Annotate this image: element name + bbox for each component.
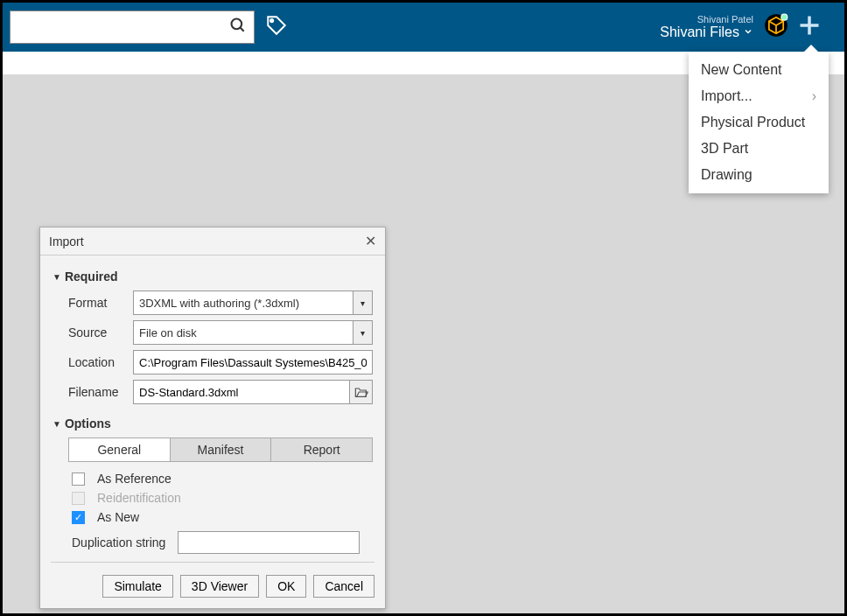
checkbox-as-reference[interactable] (72, 472, 85, 486)
row-format: Format 3DXML with authoring (*.3dxml) ▾ (52, 290, 373, 315)
dialog-footer: Simulate 3D Viewer OK Cancel (40, 563, 385, 608)
dialog-body: ▼ Required Format 3DXML with authoring (… (40, 256, 385, 562)
close-icon[interactable]: ✕ (365, 233, 376, 249)
option-label: As New (97, 510, 139, 524)
ok-button[interactable]: OK (266, 575, 306, 598)
folder-open-icon (354, 386, 368, 398)
option-as-reference: As Reference (52, 469, 373, 488)
menu-item-label: Drawing (701, 167, 752, 183)
options-tabs: General Manifest Report (68, 438, 373, 462)
topbar-right: Shivani Patel Shivani Files (660, 3, 822, 52)
cancel-button[interactable]: Cancel (313, 575, 374, 598)
menu-import[interactable]: Import... › (689, 83, 829, 109)
option-reidentification: Reidentification (52, 488, 373, 508)
option-label: As Reference (97, 472, 172, 486)
source-combo-arrow[interactable]: ▾ (354, 320, 373, 345)
cube-icon[interactable] (764, 13, 788, 41)
browse-button[interactable] (350, 380, 373, 404)
collapse-icon: ▼ (52, 272, 61, 282)
menu-item-label: Physical Product (701, 115, 805, 130)
menu-item-label: New Content (701, 62, 782, 78)
source-label: Source (52, 326, 133, 340)
duplication-label: Duplication string (72, 536, 165, 550)
tag-icon[interactable] (265, 14, 288, 40)
svg-point-8 (781, 14, 788, 20)
dialog-title: Import (49, 234, 84, 248)
menu-item-label: 3D Part (701, 141, 748, 157)
section-options-header[interactable]: ▼ Options (52, 416, 373, 430)
menu-item-label: Import... (701, 88, 752, 104)
format-combo[interactable]: 3DXML with authoring (*.3dxml) (133, 290, 354, 315)
source-combo[interactable]: File on disk (133, 320, 354, 345)
plus-icon[interactable] (797, 13, 822, 41)
app-window: Shivani Patel Shivani Files New Content … (3, 3, 844, 613)
top-bar: Shivani Patel Shivani Files (3, 3, 844, 52)
tab-report[interactable]: Report (271, 438, 373, 462)
search-icon[interactable] (229, 17, 247, 38)
menu-drawing[interactable]: Drawing (689, 162, 829, 188)
duplication-input[interactable] (178, 531, 360, 554)
chevron-right-icon: › (812, 88, 816, 104)
user-name: Shivani Patel (660, 14, 753, 24)
format-label: Format (52, 296, 133, 310)
menu-new-content[interactable]: New Content (689, 57, 829, 83)
search-box[interactable] (10, 10, 255, 44)
filename-label: Filename (52, 385, 133, 399)
checkbox-reidentification (72, 492, 85, 505)
context-selector[interactable]: Shivani Files (660, 24, 753, 40)
svg-point-0 (232, 19, 242, 30)
section-label: Required (65, 270, 118, 284)
menu-3d-part[interactable]: 3D Part (689, 136, 829, 162)
collapse-icon: ▼ (52, 419, 61, 429)
svg-point-2 (270, 19, 273, 22)
context-label: Shivani Files (660, 24, 739, 40)
filename-input[interactable] (133, 380, 350, 404)
row-duplication-string: Duplication string (52, 527, 373, 558)
chevron-down-icon (743, 24, 753, 40)
tab-general[interactable]: General (68, 438, 171, 462)
3d-viewer-button[interactable]: 3D Viewer (180, 575, 259, 598)
location-input[interactable] (133, 350, 373, 374)
menu-physical-product[interactable]: Physical Product (689, 109, 829, 136)
dialog-titlebar[interactable]: Import ✕ (40, 228, 385, 256)
add-menu: New Content Import... › Physical Product… (689, 52, 829, 193)
row-location: Location (52, 350, 373, 374)
simulate-button[interactable]: Simulate (102, 575, 172, 598)
search-input[interactable] (18, 20, 229, 34)
row-filename: Filename (52, 380, 373, 404)
checkbox-as-new[interactable]: ✓ (72, 511, 85, 524)
format-combo-arrow[interactable]: ▾ (354, 290, 373, 315)
user-block: Shivani Patel Shivani Files (660, 14, 753, 40)
section-label: Options (65, 416, 111, 430)
option-label: Reidentification (97, 491, 181, 505)
row-source: Source File on disk ▾ (52, 320, 373, 345)
location-label: Location (52, 355, 133, 369)
import-dialog: Import ✕ ▼ Required Format 3DXML with au… (39, 227, 386, 609)
tab-manifest[interactable]: Manifest (171, 438, 272, 462)
option-as-new: ✓ As New (52, 508, 373, 527)
svg-line-1 (241, 28, 244, 32)
section-required-header[interactable]: ▼ Required (52, 270, 373, 284)
